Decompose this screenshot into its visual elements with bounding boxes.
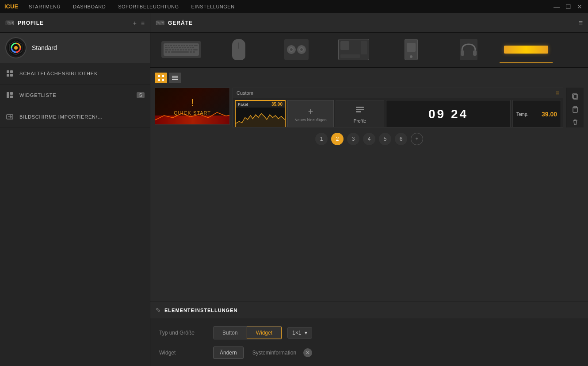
widget-clear-button[interactable]: ✕ <box>303 348 312 357</box>
devices-section-icon: ⌨ <box>156 19 164 27</box>
canvas-copy-button[interactable] <box>569 91 582 102</box>
paket-chart <box>236 108 285 127</box>
svg-rect-37 <box>169 49 171 50</box>
widget-change-button[interactable]: Ändern <box>213 347 244 359</box>
add-new-label: Neues hinzufügen <box>294 118 327 122</box>
profile-widget-label: Profile <box>354 119 366 123</box>
svg-rect-20 <box>183 45 185 46</box>
devices-row <box>150 33 588 68</box>
svg-point-2 <box>14 46 18 50</box>
page-6-button[interactable]: 6 <box>395 133 407 145</box>
profile-section-title: PROFILE <box>18 20 133 26</box>
widget-quickstart[interactable]: ! QUICK START <box>155 88 230 125</box>
svg-rect-55 <box>162 75 164 77</box>
quickstart-label: QUICK START <box>174 110 211 116</box>
page-3-button[interactable]: 3 <box>347 133 359 145</box>
canvas-grid-button[interactable] <box>155 73 167 83</box>
size-dropdown[interactable]: 1×1 ▾ <box>287 327 312 339</box>
widget-add-new[interactable]: + Neues hinzufügen <box>287 100 334 127</box>
page-5-button[interactable]: 5 <box>379 133 391 145</box>
svg-rect-61 <box>155 116 229 124</box>
page-1-button[interactable]: 1 <box>315 133 328 145</box>
sidebar-item-schaltflaechen[interactable]: SCHALTFLÄCHENBIBLIOTHEK <box>0 63 150 85</box>
svg-rect-19 <box>181 45 183 46</box>
profile-add-button[interactable]: + <box>133 19 137 27</box>
sidebar-item-bildschirme[interactable]: BILDSCHIRME IMPORTIEREN/... <box>0 106 150 128</box>
widgetliste-label: WIDGETLISTE <box>19 92 137 98</box>
element-settings-header: ✎ ELEMENTEINSTELLUNGEN <box>150 301 588 319</box>
svg-rect-22 <box>189 45 191 46</box>
headset-device-icon <box>460 39 477 60</box>
device-keyboard[interactable] <box>155 37 208 63</box>
page-add-button[interactable]: + <box>411 133 423 145</box>
device-led-strip[interactable] <box>500 37 553 63</box>
close-button[interactable]: ✕ <box>576 3 584 10</box>
svg-rect-60 <box>172 79 178 80</box>
widget-paket[interactable]: Paket 35.00 <box>235 100 286 127</box>
window-controls: — ☐ ✕ <box>553 3 584 10</box>
device-fans[interactable] <box>270 37 323 63</box>
svg-rect-13 <box>165 45 167 46</box>
svg-rect-17 <box>176 45 177 46</box>
device-headset[interactable] <box>442 37 495 63</box>
dashboard-area: ! QUICK START <box>150 68 588 301</box>
svg-rect-44 <box>188 49 190 50</box>
app-logo: iCUE <box>4 3 18 10</box>
svg-rect-41 <box>180 49 182 50</box>
widget-temp[interactable]: Temp. 39.00 <box>512 100 561 127</box>
svg-rect-31 <box>182 47 183 48</box>
widget-type-option[interactable]: Widget <box>247 327 282 339</box>
button-type-option[interactable]: Button <box>214 327 247 339</box>
copy-icon <box>572 93 579 100</box>
page-2-button[interactable]: 2 <box>331 133 344 145</box>
canvas-delete-button[interactable] <box>569 116 582 127</box>
profile-item[interactable]: Standard <box>0 33 150 63</box>
svg-rect-64 <box>356 111 361 112</box>
nav-sofortbeleuchtung[interactable]: SOFORTBELEUCHTUNG <box>116 1 180 12</box>
schaltflaechen-label: SCHALTFLÄCHENBIBLIOTHEK <box>19 71 145 76</box>
pagination: 1 2 3 4 5 6 + <box>155 127 584 150</box>
svg-rect-50 <box>190 51 192 53</box>
settings-form: Typ und Größe Button Widget 1×1 ▾ Widget… <box>150 319 588 366</box>
svg-rect-24 <box>194 45 198 46</box>
quickstart-icon: ! <box>191 97 194 108</box>
svg-rect-26 <box>168 47 170 48</box>
canvas-paste-button[interactable] <box>569 104 582 115</box>
canvas-list-button[interactable] <box>169 73 181 83</box>
svg-rect-57 <box>162 79 164 81</box>
nav-startmenu[interactable]: STARTMENÜ <box>27 1 62 12</box>
profile-menu-button[interactable]: ≡ <box>141 19 145 27</box>
profile-avatar <box>5 37 27 58</box>
svg-rect-63 <box>356 109 364 110</box>
nav-dashboard[interactable]: DASHBOARD <box>71 1 107 12</box>
sidebar: ⌨ PROFILE + ≡ <box>0 13 150 366</box>
type-toggle-group: Button Widget <box>213 326 282 339</box>
svg-rect-25 <box>165 47 168 48</box>
devices-settings-icon[interactable]: ≡ <box>579 19 583 27</box>
svg-rect-8 <box>10 92 13 95</box>
widget-clock[interactable]: 09 24 <box>386 100 511 127</box>
maximize-button[interactable]: ☐ <box>564 3 572 10</box>
svg-rect-42 <box>183 49 184 50</box>
device-mouse[interactable] <box>212 37 265 63</box>
motherboard-device-icon <box>338 39 369 60</box>
svg-rect-49 <box>171 51 189 53</box>
svg-rect-40 <box>177 49 179 50</box>
title-bar: iCUE STARTMENÜ DASHBOARD SOFORTBELEUCHTU… <box>0 0 588 13</box>
mouse-device-icon <box>232 39 245 60</box>
custom-menu-icon[interactable]: ≡ <box>556 89 559 96</box>
led-strip-device-icon <box>504 46 548 54</box>
keyboard-device-icon <box>161 41 201 58</box>
widget-profile[interactable]: Profile <box>336 100 384 127</box>
svg-rect-23 <box>191 45 193 46</box>
svg-rect-32 <box>184 47 186 48</box>
page-4-button[interactable]: 4 <box>363 133 375 145</box>
device-case[interactable] <box>385 37 438 63</box>
minimize-button[interactable]: — <box>553 3 561 10</box>
device-motherboard[interactable] <box>327 37 380 63</box>
profile-section-icon: ⌨ <box>5 19 14 27</box>
nav-einstellungen[interactable]: EINSTELLUNGEN <box>189 1 236 12</box>
sidebar-item-widgetliste[interactable]: WIDGETLISTE 5 <box>0 85 150 106</box>
profile-header: ⌨ PROFILE + ≡ <box>0 13 150 33</box>
clock-time: 09 24 <box>428 107 468 121</box>
